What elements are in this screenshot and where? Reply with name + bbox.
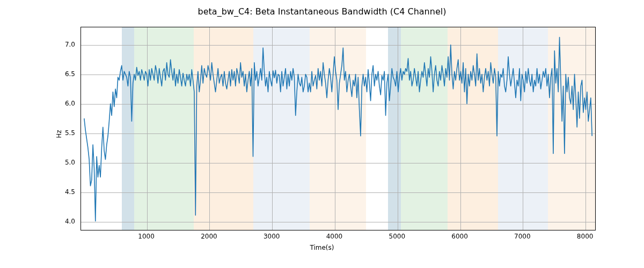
- y-axis-label: Hz: [55, 130, 63, 138]
- y-tick-label: 6.0: [65, 100, 75, 107]
- x-axis-label: Time(s): [0, 244, 644, 251]
- x-tick-label: 5000: [389, 233, 405, 240]
- x-tick-label: 7000: [514, 233, 531, 240]
- x-tick-label: 4000: [326, 233, 343, 240]
- y-tick-label: 4.0: [65, 218, 75, 225]
- data-line: [81, 27, 595, 230]
- y-tick-label: 7.0: [65, 41, 75, 48]
- y-tick-label: 6.5: [65, 70, 75, 78]
- y-tick-label: 4.5: [65, 188, 75, 196]
- x-tick-label: 3000: [264, 233, 280, 240]
- x-tick-label: 6000: [451, 233, 468, 240]
- figure: beta_bw_C4: Beta Instantaneous Bandwidth…: [0, 0, 644, 268]
- x-tick-label: 8000: [577, 233, 594, 240]
- y-tick-label: 5.5: [65, 129, 75, 137]
- axes-area: [80, 27, 596, 230]
- x-tick-label: 1000: [138, 233, 155, 240]
- x-tick-label: 2000: [201, 233, 217, 240]
- chart-title: beta_bw_C4: Beta Instantaneous Bandwidth…: [0, 6, 644, 17]
- y-tick-label: 5.0: [65, 159, 75, 166]
